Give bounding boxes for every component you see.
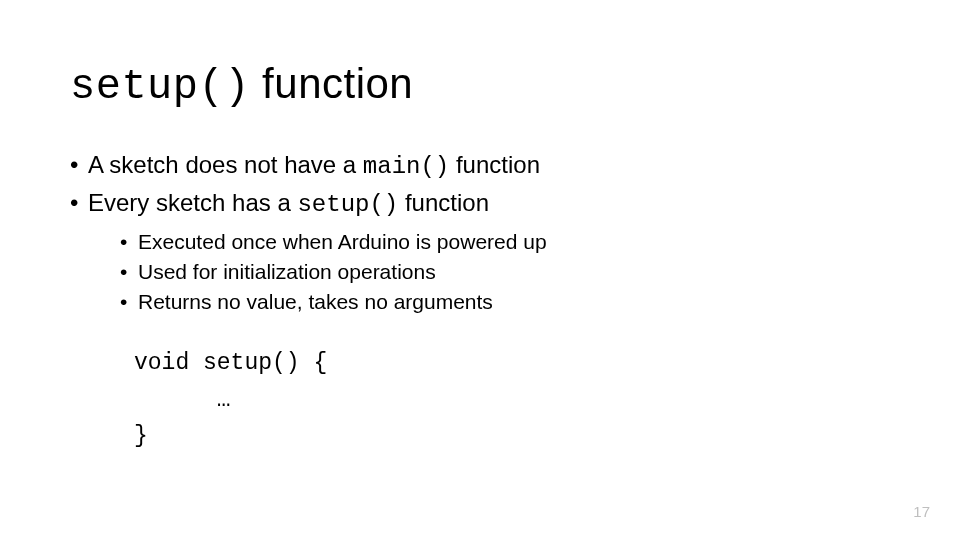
bullet-2-post: function: [398, 189, 489, 216]
code-block: void setup() { … }: [134, 345, 890, 455]
slide-title: setup() function: [70, 60, 890, 111]
page-number: 17: [913, 503, 930, 520]
bullet-1-pre: A sketch does not have a: [88, 151, 363, 178]
sub-bullet-3: Returns no value, takes no arguments: [120, 288, 890, 316]
slide: setup() function A sketch does not have …: [0, 0, 960, 540]
code-line-2: …: [134, 387, 231, 413]
bullet-2-pre: Every sketch has a: [88, 189, 297, 216]
code-line-3: }: [134, 423, 148, 449]
bullet-2-code: setup(): [297, 191, 398, 218]
bullet-1-post: function: [449, 151, 540, 178]
bullet-1: A sketch does not have a main() function: [70, 149, 890, 183]
sub-bullet-1: Executed once when Arduino is powered up: [120, 228, 890, 256]
bullet-2: Every sketch has a setup() function Exec…: [70, 187, 890, 316]
title-code: setup(): [70, 63, 250, 111]
sub-bullet-2: Used for initialization operations: [120, 258, 890, 286]
code-line-1: void setup() {: [134, 350, 327, 376]
sub-bullet-list: Executed once when Arduino is powered up…: [120, 228, 890, 317]
bullet-1-code: main(): [363, 153, 449, 180]
title-text: function: [250, 60, 413, 107]
bullet-list: A sketch does not have a main() function…: [70, 149, 890, 317]
